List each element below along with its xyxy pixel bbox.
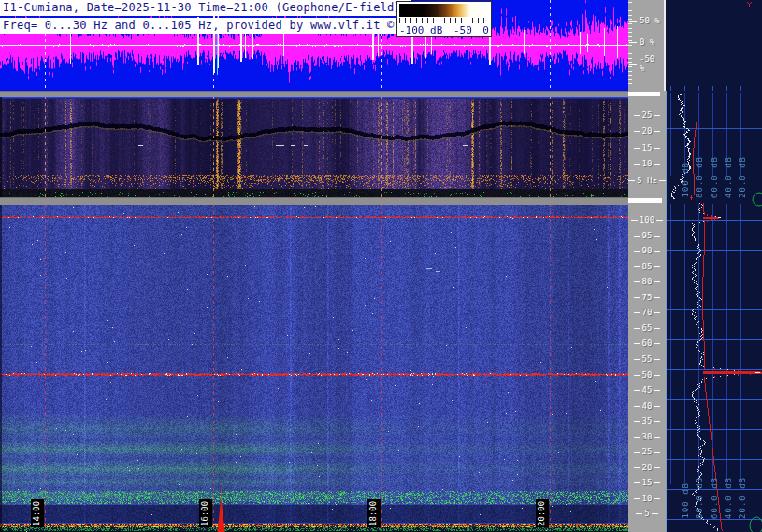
axis-label: 15 xyxy=(628,143,666,152)
axis-label: 60 xyxy=(628,338,666,348)
separator-highlight xyxy=(628,92,660,96)
spectrum-db-axis-geophone: 100 dB80.0 dB60.0 dB40.0 dB20.0 dB xyxy=(666,91,762,201)
separator-highlight xyxy=(628,198,662,203)
db-axis-label: 100 dB xyxy=(681,162,690,198)
geophone-spectrogram xyxy=(0,96,628,197)
axis-label: 10 xyxy=(628,159,666,168)
colorbar: -100 dB -50 0 xyxy=(396,1,492,37)
colorbar-label-min: -100 dB xyxy=(399,25,442,36)
axis-label: 25 xyxy=(628,447,666,456)
right-top-panel xyxy=(666,0,762,91)
axis-label: 0 % xyxy=(628,37,665,47)
colorbar-labels: -100 dB -50 0 xyxy=(399,25,489,36)
axis-label: 35 xyxy=(628,416,666,425)
spectrum-db-axis-efield: 100 dB80.0 dB60.0 dB40.0 dB20.0 dB xyxy=(666,201,762,532)
subtitle-bar: Freq= 0...30 Hz and 0...105 Hz, provided… xyxy=(0,18,397,34)
time-label: 18:00 xyxy=(367,499,381,527)
axis-label: 5 xyxy=(628,509,666,518)
time-label: 16:00 xyxy=(199,499,212,527)
axis-label: 20 xyxy=(628,463,666,472)
colorbar-gradient xyxy=(399,4,489,17)
axis-label: 25 xyxy=(628,110,666,120)
axis-label: 100 xyxy=(628,215,666,224)
db-axis-label: 80.0 dB xyxy=(695,477,704,519)
db-axis-label: 40.0 dB xyxy=(724,156,733,198)
axis-label: 85 xyxy=(628,262,666,271)
db-axis-label: 40.0 dB xyxy=(724,477,733,519)
separator xyxy=(0,91,628,97)
db-axis-label: 80.0 dB xyxy=(695,156,704,198)
axis-label: 70 xyxy=(628,308,666,317)
axis-label: 75 xyxy=(628,293,666,302)
db-axis-label: 20.0 dB xyxy=(738,477,747,519)
colorbar-label-mid: -50 xyxy=(453,25,472,36)
axis-label: 40 xyxy=(628,401,666,410)
db-axis-label: 20.0 dB xyxy=(738,156,747,198)
colorbar-label-max: 0 xyxy=(482,25,489,36)
axis-label: 90 xyxy=(628,246,666,255)
geophone-frequency-axis: 252015105 Hz xyxy=(628,91,666,197)
efield-spectrogram xyxy=(0,204,628,532)
axis-label: 30 xyxy=(628,432,666,441)
axis-label: 10 xyxy=(628,494,666,503)
axis-label: -50 % xyxy=(628,59,665,68)
time-label: 14:00 xyxy=(31,499,44,527)
efield-frequency-axis: 1009590858075706560555045403530252015105 xyxy=(628,197,666,532)
db-axis-label: 100 dB xyxy=(681,482,690,519)
axis-label: 45 xyxy=(628,385,666,395)
axis-label: 65 xyxy=(628,324,666,333)
vlf-spectrogram-monitor: 50 %0 %-50 % 252015105 Hz 10095908580757… xyxy=(0,0,762,532)
axis-label: 55 xyxy=(628,354,666,364)
axis-label: 50 xyxy=(628,370,666,380)
axis-label: 95 xyxy=(628,231,666,240)
db-axis-label: 60.0 dB xyxy=(710,477,719,519)
axis-label: 80 xyxy=(628,277,666,286)
title-bar: I1-Cumiana, Date=2025-11-30 Time=21:00 (… xyxy=(0,0,411,16)
colorbar-ticks xyxy=(399,18,489,23)
axis-label: 50 % xyxy=(628,16,665,25)
axis-label: 15 xyxy=(628,478,666,487)
db-axis-label: 60.0 dB xyxy=(710,156,719,198)
axis-label: 20 xyxy=(628,126,666,136)
separator xyxy=(0,197,628,205)
time-label: 20:00 xyxy=(536,499,549,527)
axis-label: 5 Hz xyxy=(628,176,666,185)
amplitude-axis: 50 %0 %-50 % xyxy=(628,0,666,91)
